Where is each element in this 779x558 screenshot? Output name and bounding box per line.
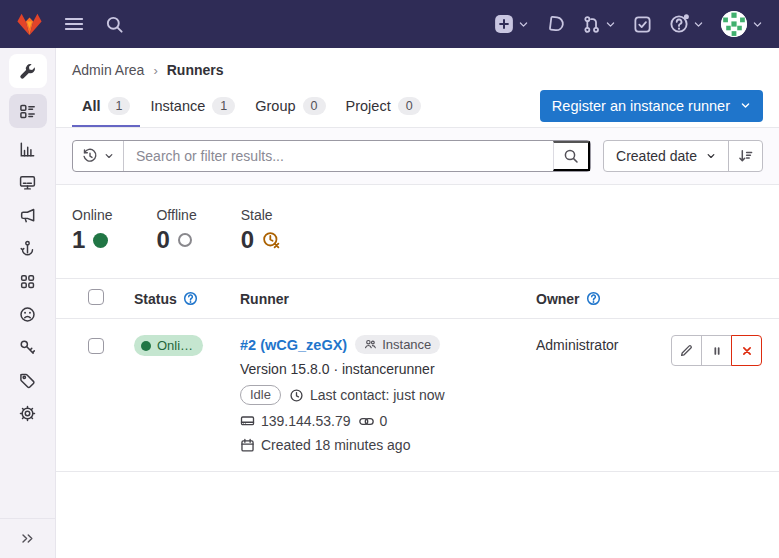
runner-actions [671,335,763,366]
sidebar-item-messages[interactable] [9,200,47,230]
tag-icon [19,372,36,389]
issues-icon[interactable] [546,15,565,34]
key-icon [19,339,36,356]
filter-bar: Created date [56,128,779,185]
runner-ip: 139.144.53.79 [261,413,351,429]
sidebar-item-credentials[interactable] [9,332,47,362]
merge-requests-menu[interactable] [582,15,616,34]
runners-table-header: Status Runner Owner [56,278,779,319]
stat-stale: Stale 0 [241,207,281,252]
jobs-count: 0 [380,413,388,429]
pause-runner-button[interactable] [701,335,732,366]
calendar-icon [240,438,255,453]
stat-offline: Offline 0 [156,207,196,252]
column-status: Status [134,291,177,307]
pause-icon [710,344,724,358]
host-icon [240,414,255,429]
runner-status-badge: Onli… [134,335,203,356]
search-icon[interactable] [105,15,124,34]
runner-owner: Administrator [536,335,671,353]
close-icon [740,344,754,358]
offline-status-icon [178,233,192,247]
monitor-icon [19,174,36,191]
runner-tabs: All 1 Instance 1 Group 0 Project 0 [72,84,431,127]
search-history-dropdown[interactable] [73,141,124,171]
sidebar-item-settings[interactable] [9,398,47,428]
sidebar-item-applications[interactable] [9,266,47,296]
runner-version: Version 15.8.0 · instancerunner [240,361,536,377]
tab-instance-count: 1 [212,97,235,115]
sort-control: Created date [603,140,763,172]
online-status-icon [93,233,108,248]
tab-project-count: 0 [398,97,421,115]
runner-status-stats: Online 1 Offline 0 Stale 0 [56,185,779,278]
avatar [721,11,747,37]
frown-icon [19,306,36,323]
admin-sidebar [0,48,56,558]
sidebar-item-monitoring[interactable] [9,167,47,197]
help-menu[interactable] [669,14,704,34]
sidebar-item-analytics[interactable] [9,134,47,164]
clock-icon [289,388,304,403]
breadcrumb-separator: › [153,63,157,78]
tab-group[interactable]: Group 0 [245,84,335,127]
search-input[interactable] [124,148,553,164]
chevron-down-icon [740,100,751,111]
tab-project[interactable]: Project 0 [336,84,431,127]
runner-tabs-row: All 1 Instance 1 Group 0 Project 0 Regis… [56,84,779,128]
double-chevron-right-icon [20,531,35,546]
chevron-down-icon [605,19,616,30]
gitlab-logo[interactable] [16,12,43,37]
todos-icon[interactable] [633,15,652,34]
hook-icon [19,240,36,257]
sidebar-item-overview[interactable] [9,94,47,128]
tab-group-count: 0 [303,97,326,115]
chevron-down-icon [104,151,114,161]
tab-all-count: 1 [108,97,131,115]
sort-direction-button[interactable] [728,141,762,171]
overview-icon [19,103,36,120]
gear-icon [19,405,36,422]
link-icon [359,414,374,429]
breadcrumb-admin-area[interactable]: Admin Area [72,62,144,78]
sidebar-item-admin-area[interactable] [9,54,47,88]
runner-state-badge: Idle [240,385,281,405]
register-runner-button[interactable]: Register an instance runner [540,90,763,122]
runner-row: Onli… #2 (wCG_zeGX) Instance Version 15.… [56,319,779,472]
top-navbar [0,0,779,48]
pencil-icon [679,343,694,358]
sidebar-item-abuse-reports[interactable] [9,299,47,329]
sort-descending-icon [738,148,754,164]
grid-icon [19,273,36,290]
tab-instance[interactable]: Instance 1 [140,84,245,127]
status-help-icon[interactable] [183,291,198,306]
chevron-down-icon [518,19,529,30]
select-all-checkbox[interactable] [88,289,104,305]
row-checkbox[interactable] [88,338,104,354]
hamburger-icon[interactable] [64,14,84,34]
new-menu-button[interactable] [494,14,529,34]
search-submit-button[interactable] [553,141,590,171]
delete-runner-button[interactable] [731,335,762,366]
chevron-down-icon [752,19,763,30]
chevron-down-icon [706,151,716,161]
online-dot-icon [141,341,151,351]
user-menu[interactable] [721,11,763,37]
people-icon [364,338,377,351]
sidebar-item-system-hooks[interactable] [9,233,47,263]
column-runner: Runner [240,291,289,307]
breadcrumb: Admin Area › Runners [56,48,779,84]
stat-online: Online 1 [72,207,112,252]
notification-dot [684,14,689,19]
edit-runner-button[interactable] [671,335,702,366]
runner-link[interactable]: #2 (wCG_zeGX) [240,337,347,353]
tab-all[interactable]: All 1 [72,84,140,127]
main-content: Admin Area › Runners All 1 Instance 1 Gr… [56,48,779,558]
owner-help-icon[interactable] [586,291,601,306]
sort-by-dropdown[interactable]: Created date [604,141,728,171]
sidebar-item-labels[interactable] [9,365,47,395]
sidebar-collapse-toggle[interactable] [0,518,55,558]
breadcrumb-runners: Runners [167,62,224,78]
last-contact: Last contact: just now [310,387,445,403]
analytics-icon [19,141,36,158]
